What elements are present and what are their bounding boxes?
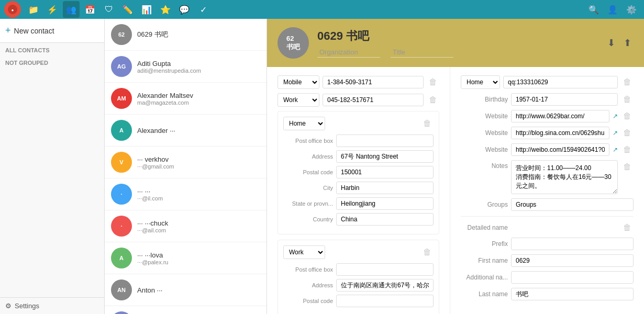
address-city-home[interactable] [336, 182, 434, 194]
delete-phone-work[interactable]: 🗑 [427, 94, 439, 106]
additional-name-value[interactable] [511, 271, 634, 284]
contact-info: Alexander Maltsevma@magazeta.com [137, 92, 260, 106]
add-user-icon[interactable]: 👤 [604, 1, 621, 18]
website-label-2: Website [461, 129, 508, 137]
delete-phone-mobile[interactable]: 🗑 [427, 76, 439, 88]
settings-link[interactable]: ⚙ Settings [0, 297, 104, 314]
detailed-name-row: Detailed name 🗑 [461, 222, 634, 233]
delete-detailed-name[interactable]: 🗑 [621, 222, 634, 233]
delete-website-3[interactable]: 🗑 [621, 144, 634, 155]
first-name-value[interactable] [511, 254, 634, 267]
download-icon[interactable]: ⬇ [605, 35, 617, 51]
contact-item[interactable]: ANAntonina ··· [105, 306, 267, 314]
country-label: Country [283, 216, 333, 222]
address-type-home[interactable]: HomeWork [283, 117, 325, 130]
address-street-work[interactable] [336, 279, 434, 291]
contact-name: Aditi Gupta [137, 60, 260, 68]
contact-info: ··· verkhov···@gmail.com [137, 155, 260, 170]
open-link-2[interactable]: ↗ [613, 129, 618, 137]
organization-field[interactable] [317, 47, 380, 58]
phone-value-work[interactable] [323, 94, 424, 106]
website-value-3[interactable] [511, 143, 609, 156]
post-office-box-label: Post office box [283, 138, 333, 144]
additional-name-label: Additional na... [461, 274, 508, 281]
address-pobox-home[interactable] [336, 134, 434, 147]
contact-item[interactable]: ···· ···chuck···@ail.com [105, 210, 267, 242]
groups-label: Groups [461, 201, 508, 208]
delete-birthday[interactable]: 🗑 [621, 94, 634, 105]
address-postal-work[interactable] [336, 295, 434, 307]
contact-item[interactable]: A··· ···lova···@palex.ru [105, 242, 267, 274]
website-value-2[interactable] [511, 127, 609, 139]
website-value-1[interactable] [511, 110, 609, 122]
contact-avatar: AN [111, 311, 132, 314]
delete-address-work[interactable]: 🗑 [421, 246, 434, 258]
sidebar: + New contact All contacts Not grouped ⚙… [0, 19, 105, 314]
contact-item[interactable]: V··· verkhov···@gmail.com [105, 147, 267, 178]
activity-icon[interactable]: ⚡ [44, 1, 61, 18]
contact-item[interactable]: AMAlexander Maltsevma@magazeta.com [105, 83, 267, 115]
phone-type-work[interactable]: WorkMobileHome [277, 93, 319, 107]
phone-type-mobile[interactable]: MobileWorkHome [277, 75, 319, 89]
contact-item[interactable]: ANAnton ··· [105, 274, 267, 306]
address-city-home-row: City [283, 182, 434, 194]
delete-website-2[interactable]: 🗑 [621, 127, 634, 139]
address-pobox-work[interactable] [336, 263, 434, 276]
birthday-value[interactable] [511, 93, 618, 106]
website-row-1: Website ↗ 🗑 [461, 110, 634, 122]
phone-value-mobile[interactable] [323, 76, 424, 88]
messages-icon[interactable]: 💬 [176, 1, 193, 18]
last-name-value[interactable] [511, 288, 634, 300]
address-type-work[interactable]: WorkHome [283, 245, 325, 259]
share-icon[interactable]: ⬆ [621, 35, 634, 51]
groups-value[interactable] [511, 198, 634, 211]
contact-info: 0629 书吧 [137, 30, 260, 39]
delete-address-home[interactable]: 🗑 [421, 118, 434, 129]
security-icon[interactable]: 🛡 [101, 1, 117, 18]
contact-sub: ···@ail.com [137, 227, 260, 233]
new-contact-button[interactable]: + New contact [0, 19, 104, 43]
website-row-3: Website ↗ 🗑 [461, 143, 634, 156]
address-block-home: HomeWork 🗑 Post office box Address [277, 111, 439, 234]
settings-gear-icon: ⚙ [5, 302, 12, 310]
settings-label: Settings [15, 302, 39, 310]
delete-qq[interactable]: 🗑 [621, 76, 634, 88]
prefix-value[interactable] [511, 238, 634, 250]
contact-sub: ···@il.com [137, 195, 260, 201]
first-name-label: First name [461, 257, 508, 264]
notes-value[interactable] [511, 160, 618, 194]
delete-notes[interactable]: 🗑 [621, 160, 634, 173]
settings-icon[interactable]: ⚙️ [623, 1, 640, 18]
address-state-home-row: State or provn... [283, 197, 434, 210]
favorites-icon[interactable]: ⭐ [157, 1, 174, 18]
qq-type-select[interactable]: HomeWork [461, 75, 500, 89]
address-street-home[interactable] [336, 150, 434, 163]
edit-icon[interactable]: ✏️ [119, 1, 136, 18]
open-link-1[interactable]: ↗ [613, 113, 618, 120]
contacts-icon[interactable]: 👥 [63, 1, 80, 18]
detailed-name-label: Detailed name [461, 224, 508, 231]
address-country-home[interactable] [336, 213, 434, 226]
contact-item[interactable]: 620629 书吧 [105, 19, 267, 51]
search-icon[interactable]: 🔍 [585, 1, 602, 18]
contact-item[interactable]: ···· ······@il.com [105, 178, 267, 210]
tasks-icon[interactable]: ✓ [195, 1, 212, 18]
app-logo: ● [4, 1, 21, 18]
files-icon[interactable]: 📁 [25, 1, 42, 18]
contact-item[interactable]: AGAditi Guptaaditi@menstrupedia.com [105, 51, 267, 83]
detail-panel: 62书吧 0629 书吧 ⬇ ⬆ MobileWorkHome [267, 19, 644, 314]
contact-list: 620629 书吧AGAditi Guptaaditi@menstrupedia… [105, 19, 267, 314]
delete-website-1[interactable]: 🗑 [621, 110, 634, 122]
address-pobox-home-row: Post office box [283, 134, 434, 147]
address-postal-home[interactable] [336, 166, 434, 178]
contact-avatar: · [111, 184, 132, 205]
notes-icon[interactable]: 📊 [138, 1, 155, 18]
contact-avatar: 62 [111, 24, 132, 45]
contact-name: Alexander ··· [137, 127, 260, 134]
address-state-home[interactable] [336, 197, 434, 210]
contact-item[interactable]: AAlexander ··· [105, 115, 267, 147]
open-link-3[interactable]: ↗ [613, 146, 618, 153]
qq-value[interactable] [503, 76, 618, 88]
calendar-icon[interactable]: 📅 [82, 1, 98, 18]
title-field[interactable] [391, 47, 453, 58]
